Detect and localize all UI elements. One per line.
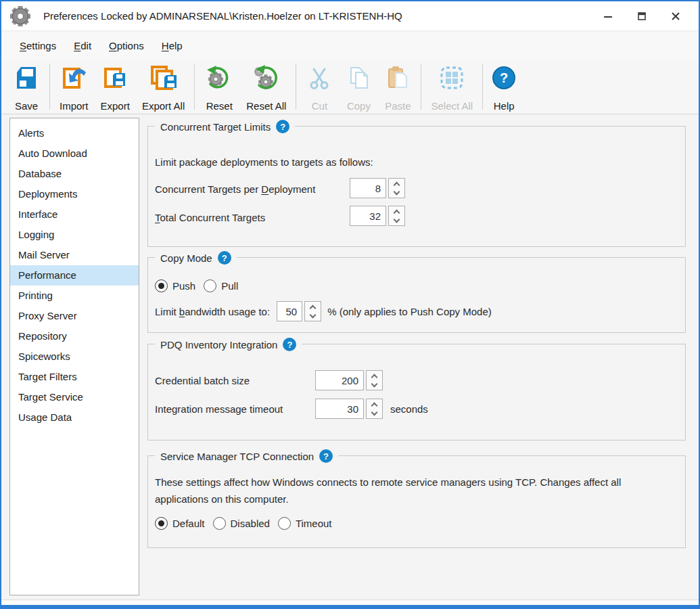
sidebar-item-target-filters[interactable]: Target Filters xyxy=(10,367,139,387)
radio-default[interactable] xyxy=(155,517,168,530)
export-icon xyxy=(101,63,129,93)
total-concurrent-targets-spinner: 32 xyxy=(350,206,405,226)
help-icon[interactable]: ? xyxy=(283,338,296,351)
credential-batch-size-input[interactable]: 200 xyxy=(315,370,364,390)
sidebar-item-auto-download[interactable]: Auto Download xyxy=(10,143,139,164)
toolbar-separator xyxy=(194,64,195,110)
help-label: Help xyxy=(494,100,515,112)
spin-up-button[interactable] xyxy=(367,371,382,380)
export-button[interactable]: Export xyxy=(95,60,136,114)
credential-batch-size-label: Credential batch size xyxy=(155,375,315,386)
paste-button: Paste xyxy=(378,60,417,114)
close-button[interactable] xyxy=(669,9,682,23)
integration-message-timeout-input[interactable]: 30 xyxy=(315,399,364,419)
preferences-category-list: Alerts Auto Download Database Deployment… xyxy=(9,118,139,595)
bandwidth-input[interactable]: 50 xyxy=(277,301,302,321)
radio-push[interactable] xyxy=(155,279,168,292)
maximize-button[interactable] xyxy=(635,9,649,23)
help-icon[interactable]: ? xyxy=(276,120,289,133)
toolbar-separator xyxy=(421,64,421,110)
sidebar-item-printing[interactable]: Printing xyxy=(10,286,139,306)
group-title: PDQ Inventory Integration xyxy=(160,339,277,351)
export-all-button[interactable]: Export All xyxy=(136,60,191,114)
sidebar-item-repository[interactable]: Repository xyxy=(10,326,139,346)
group-title: Service Manager TCP Connection xyxy=(160,451,314,462)
help-icon[interactable]: ? xyxy=(319,449,333,463)
save-label: Save xyxy=(15,100,38,112)
radio-pull[interactable] xyxy=(204,279,216,292)
toolbar-separator xyxy=(482,64,483,110)
spin-buttons xyxy=(366,370,383,390)
spin-value: 32 xyxy=(369,210,381,222)
spin-down-button[interactable] xyxy=(389,188,404,198)
save-button[interactable]: Save xyxy=(7,60,46,114)
spin-buttons xyxy=(304,301,321,321)
spin-value: 30 xyxy=(347,403,358,415)
sidebar-item-performance[interactable]: Performance xyxy=(10,265,139,286)
total-concurrent-targets-input[interactable]: 32 xyxy=(350,206,386,226)
radio-default-label: Default xyxy=(172,518,205,529)
bandwidth-suffix: % (only applies to Push Copy Mode) xyxy=(327,306,492,317)
reset-button[interactable]: Reset xyxy=(198,60,240,114)
radio-timeout[interactable] xyxy=(278,517,291,530)
concurrent-per-deployment-spinner: 8 xyxy=(350,178,405,198)
help-icon: ? xyxy=(492,63,515,93)
sidebar-item-target-service[interactable]: Target Service xyxy=(10,387,139,407)
export-all-label: Export All xyxy=(142,100,185,112)
import-icon xyxy=(60,63,87,93)
spin-buttons xyxy=(388,178,405,198)
select-all-button: Select All xyxy=(425,60,479,114)
toolbar-separator xyxy=(49,64,50,110)
sidebar-item-usage-data[interactable]: Usage Data xyxy=(10,407,139,428)
minimize-button[interactable] xyxy=(601,9,615,23)
import-button[interactable]: Import xyxy=(53,60,95,114)
spin-up-button[interactable] xyxy=(389,206,404,216)
copy-button: Copy xyxy=(339,60,378,114)
import-label: Import xyxy=(60,100,89,112)
cut-label: Cut xyxy=(312,100,327,112)
menu-options[interactable]: Options xyxy=(100,36,153,55)
reset-all-button[interactable]: Reset All xyxy=(240,60,292,114)
spin-down-button[interactable] xyxy=(305,311,321,321)
sidebar-item-mail-server[interactable]: Mail Server xyxy=(10,245,139,265)
help-icon[interactable]: ? xyxy=(218,251,231,265)
radio-disabled[interactable] xyxy=(213,517,226,530)
toolbar: Save Import Export xyxy=(1,60,699,114)
help-button[interactable]: ? Help xyxy=(486,60,521,114)
sidebar-item-logging[interactable]: Logging xyxy=(10,225,139,245)
spin-up-button[interactable] xyxy=(305,302,321,311)
sidebar-item-spiceworks[interactable]: Spiceworks xyxy=(10,346,139,367)
spin-up-button[interactable] xyxy=(367,399,382,409)
sidebar-item-alerts[interactable]: Alerts xyxy=(10,123,139,143)
select-all-icon xyxy=(438,63,465,93)
spin-buttons xyxy=(366,399,383,419)
service-manager-tcp-group: Service Manager TCP Connection ? These s… xyxy=(147,455,686,548)
menu-settings[interactable]: Settings xyxy=(11,36,65,55)
menu-edit[interactable]: Edit xyxy=(65,36,100,55)
spin-down-button[interactable] xyxy=(367,409,382,418)
gear-icon xyxy=(8,4,32,28)
menu-help[interactable]: Help xyxy=(153,36,191,55)
credential-batch-size-spinner: 200 xyxy=(315,370,383,390)
spin-down-button[interactable] xyxy=(389,216,404,225)
sidebar-item-proxy-server[interactable]: Proxy Server xyxy=(10,306,139,326)
bandwidth-label: Limit bandwidth usage to: xyxy=(155,306,270,317)
concurrent-per-deployment-input[interactable]: 8 xyxy=(350,178,386,198)
spin-up-button[interactable] xyxy=(389,179,404,188)
toolbar-separator xyxy=(296,64,296,110)
cut-icon xyxy=(306,63,333,93)
paste-label: Paste xyxy=(385,100,411,112)
spin-down-button[interactable] xyxy=(367,380,382,390)
radio-disabled-label: Disabled xyxy=(231,518,270,529)
timeout-suffix: seconds xyxy=(390,403,428,415)
menubar: Settings Edit Options Help xyxy=(1,32,699,60)
sidebar-item-database[interactable]: Database xyxy=(10,164,139,184)
titlebar: Preferences Locked by ADMINARSENAL\Krist… xyxy=(1,1,699,31)
reset-all-icon xyxy=(251,63,282,93)
copy-label: Copy xyxy=(347,100,371,112)
sidebar-item-deployments[interactable]: Deployments xyxy=(10,184,139,204)
radio-pull-label: Pull xyxy=(221,280,238,292)
status-strip xyxy=(1,600,699,605)
cut-button: Cut xyxy=(300,60,339,114)
sidebar-item-interface[interactable]: Interface xyxy=(10,204,139,225)
